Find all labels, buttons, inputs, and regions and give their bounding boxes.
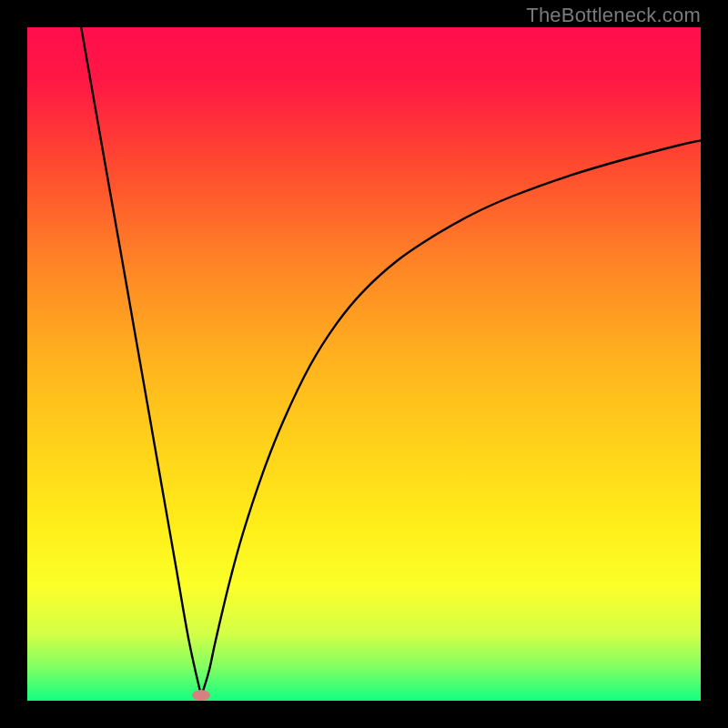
curve-left-branch <box>81 27 201 695</box>
curve-layer <box>27 27 701 701</box>
curve-right-branch <box>201 140 701 695</box>
plot-area <box>27 27 701 701</box>
chart-stage: TheBottleneck.com <box>0 0 728 728</box>
minimum-marker <box>192 690 210 701</box>
attribution-text: TheBottleneck.com <box>526 4 701 27</box>
